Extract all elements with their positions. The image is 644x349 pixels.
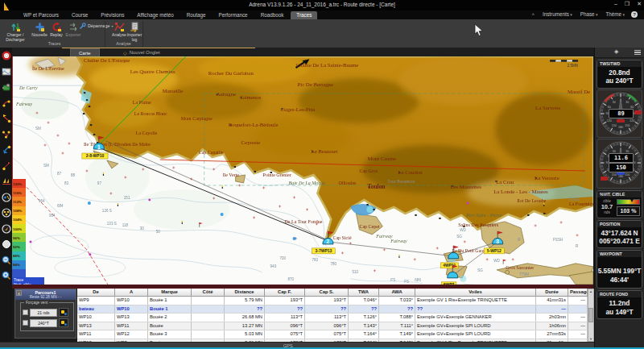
tws-twd-panel: TWS/TWD 20.8nd au 240°T (597, 60, 642, 89)
table-cell: Bouée 3 (148, 330, 192, 339)
table-row[interactable]: WP10WP13Bouée 226.68 MN113°T113°TT.126°T… (77, 314, 588, 322)
table-cell: 5.79 MN (225, 297, 265, 305)
collapse-ribbon-icon[interactable]: ˄ (531, 12, 535, 17)
column-header[interactable]: Côté (192, 289, 225, 296)
menu-tab[interactable]: Performance (213, 11, 254, 19)
table-row[interactable]: WP9WP10Bouée 15.79 MN193°T193°TT.046°T.0… (77, 297, 588, 305)
column-header[interactable]: Passage à (568, 289, 588, 296)
route-panel-remaining: Reste 92.28 MN - - (15, 295, 76, 299)
help-icon[interactable]: ? (631, 11, 638, 18)
waypoint-label: 3-7WP13 (312, 248, 335, 254)
scroll-thumb[interactable] (588, 308, 593, 322)
close-button[interactable]: ✕ (637, 1, 642, 7)
column-header[interactable]: A (115, 289, 148, 296)
engine-icon[interactable] (2, 81, 11, 90)
svg-text:150: 150 (625, 123, 630, 127)
waypoint-table[interactable]: DeAMarqueCôtéDistanceCap F.Cap S.TWAAWAV… (77, 289, 588, 342)
menu-tab[interactable]: WP et Parcours (18, 11, 64, 19)
table-cell: Exemple GV+Exemple GENNAKER (415, 314, 536, 322)
wind-forcing-fieldset: Forçage vent (20, 302, 74, 331)
track-flag-arrow-icon[interactable] (2, 160, 11, 169)
ribbon: Charger / Décharger Nouvelle Replay Expo… (0, 19, 644, 48)
speed-readout: 11.6 (609, 153, 634, 163)
waypoint-panel: WAYPOINT 5.55MN 199°T 46:44' (597, 250, 642, 289)
track-flags-icon[interactable] (2, 112, 11, 122)
column-header[interactable]: AWA (379, 289, 415, 296)
wind-dir-checkbox[interactable] (23, 320, 28, 326)
menu-tab[interactable]: Affichage météo (131, 11, 179, 19)
nautical-chart[interactable]: 2.5MN Chaîne De L'EstaqueÎle De L'Erevin… (12, 56, 593, 285)
column-header[interactable]: Voiles (415, 289, 536, 296)
menu-tab[interactable]: Course (66, 11, 93, 19)
table-cell: 096°T (265, 322, 305, 330)
table-cell: 1h06mn (536, 322, 568, 330)
scale-band: 116% (12, 188, 26, 197)
chart-label: La Verrerie (535, 175, 559, 181)
accent-line (62, 48, 255, 48)
column-header[interactable]: Marque (148, 289, 192, 296)
scroll-down-icon[interactable]: ▼ (589, 337, 592, 341)
minimize-button[interactable]: – (614, 1, 617, 7)
table-row[interactable]: WP13WP11Bouée13.27 MN096°T096°TT.143°T.1… (77, 322, 588, 331)
menu-theme[interactable]: Thème (605, 11, 625, 17)
table-scrollbar[interactable]: ▲ ▼ (588, 289, 594, 342)
wind-speed-picker-button[interactable] (59, 308, 68, 317)
column-header[interactable]: Distance (225, 289, 265, 296)
compass-icon[interactable] (2, 222, 11, 232)
sog-value: 11.2nd (597, 299, 642, 307)
life-ring-icon[interactable] (2, 49, 11, 59)
maximize-button[interactable]: ❐ (625, 1, 630, 7)
table-row[interactable]: bateauWP10Bouée 1????????????— (77, 305, 588, 314)
window-title: Adrena V13.9.1.26 - 24_11_2016_a.trc - R… (0, 2, 644, 7)
menu-tab[interactable]: Prévisions (95, 11, 130, 19)
menu-tab[interactable]: Routage (181, 11, 212, 19)
chart-label: Les Maurettes (450, 184, 481, 189)
chart-label: 686 (415, 278, 421, 282)
zoom-out-icon[interactable] (2, 254, 11, 264)
latitude-value: 43°17.624 N (597, 229, 642, 237)
ribbon-group-traces: Traces (4, 41, 105, 46)
tws-twd-title: TWS/TWD (597, 60, 642, 67)
table-cell: Bouée 1 (148, 297, 192, 305)
svg-text:150: 150 (612, 172, 617, 176)
column-header[interactable]: De (77, 289, 115, 296)
wind-dir-input[interactable] (30, 319, 57, 327)
position-panel: POSITION 43°17.624 N 005°20.471 E (597, 220, 642, 249)
table-cell: 075°T (305, 330, 349, 339)
sails-icon[interactable] (2, 175, 11, 185)
cible-unit: nds (599, 210, 615, 214)
circle-zoom-icon[interactable] (2, 191, 11, 201)
wind-speed-checkbox[interactable] (23, 310, 28, 315)
column-header[interactable]: Cap F. (265, 289, 305, 296)
menu-instruments[interactable]: Instruments (543, 11, 572, 17)
table-cell: WP10 (77, 314, 115, 322)
tab-new[interactable]: ◇Nouvel Onglet (115, 48, 168, 56)
table-row[interactable]: WP11WP12Bouée 35.03 MN075°T075°TT.164°T.… (77, 330, 588, 339)
wind-speed-input[interactable] (30, 309, 57, 317)
track-curve-icon[interactable] (2, 97, 11, 106)
track-arrow-icon[interactable] (2, 143, 11, 153)
title-bar[interactable]: Adrena V13.9.1.26 - 24_11_2016_a.trc - R… (0, 0, 644, 10)
wind-dir-picker-button[interactable] (59, 318, 68, 327)
scroll-up-icon[interactable]: ▲ (589, 289, 592, 293)
svg-text:120: 120 (630, 118, 634, 122)
menu-tab[interactable]: Roadbook (255, 11, 290, 19)
chart-label: La Sarvette (535, 105, 560, 110)
column-header[interactable]: TWA (349, 289, 379, 296)
column-header[interactable]: Cap S. (305, 289, 349, 296)
menu-tab[interactable]: Traces (291, 11, 317, 19)
route-panel-header[interactable]: x Parcours1 Reste 92.28 MN - - (15, 289, 76, 300)
chart-map-icon[interactable] (2, 65, 11, 75)
circle-marks-icon[interactable] (2, 206, 11, 216)
scale-label: 2.5MN (568, 64, 578, 68)
track-marks-icon[interactable] (2, 128, 11, 138)
pin-icon[interactable]: ◈ (614, 48, 618, 55)
close-route-panel-button[interactable]: x (16, 290, 22, 296)
white-circle-icon[interactable] (2, 238, 11, 247)
column-header[interactable]: Durée (536, 289, 568, 296)
menu-phase[interactable]: Phase (580, 11, 598, 17)
chart-label: SM (35, 127, 41, 131)
hamburger-icon[interactable] (634, 50, 641, 55)
vit-cible-title: %VIT. CIBLE (597, 191, 642, 197)
zoom-in-icon[interactable] (2, 269, 11, 279)
